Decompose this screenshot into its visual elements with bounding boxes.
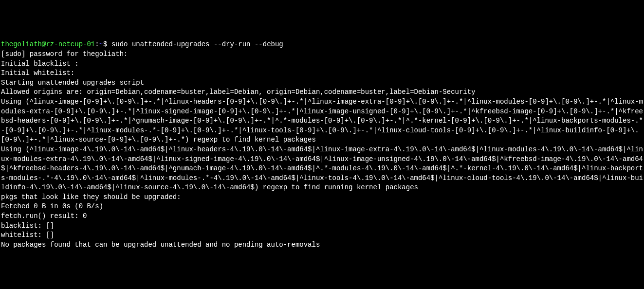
output-line: No packages found that can be upgraded u…: [1, 241, 320, 249]
output-line: blacklist: []: [1, 222, 54, 230]
output-line: Using (^linux-image-[0-9]+\.[0-9\.]+-.*|…: [1, 98, 643, 144]
output-line: whitelist: []: [1, 231, 54, 239]
output-line: Using (^linux-image-4\.19\.0\-14\-amd64$…: [1, 145, 643, 191]
output-line: [sudo] password for thegoliath:: [1, 50, 128, 58]
terminal[interactable]: thegoliath@rz-netcup-01:~$ sudo unattend…: [0, 38, 644, 252]
output-line: Starting unattended upgrades script: [1, 79, 144, 87]
prompt-command: sudo unattended-upgrades --dry-run --deb…: [111, 40, 283, 48]
output-line: Fetched 0 B in 0s (0 B/s): [1, 202, 103, 210]
output-line: Allowed origins are: origin=Debian,coden…: [1, 88, 476, 96]
prompt-user: thegoliath: [1, 40, 42, 48]
output-line: pkgs that look like they should be upgra…: [1, 193, 181, 201]
prompt-path: ~: [99, 40, 103, 48]
prompt-host: rz-netcup-01: [46, 40, 95, 48]
output-line: Initial blacklist :: [1, 60, 79, 68]
prompt-dollar: $: [103, 40, 111, 48]
output-line: Initial whitelist:: [1, 69, 74, 77]
output-line: fetch.run() result: 0: [1, 212, 87, 220]
prompt-colon: :: [95, 40, 99, 48]
